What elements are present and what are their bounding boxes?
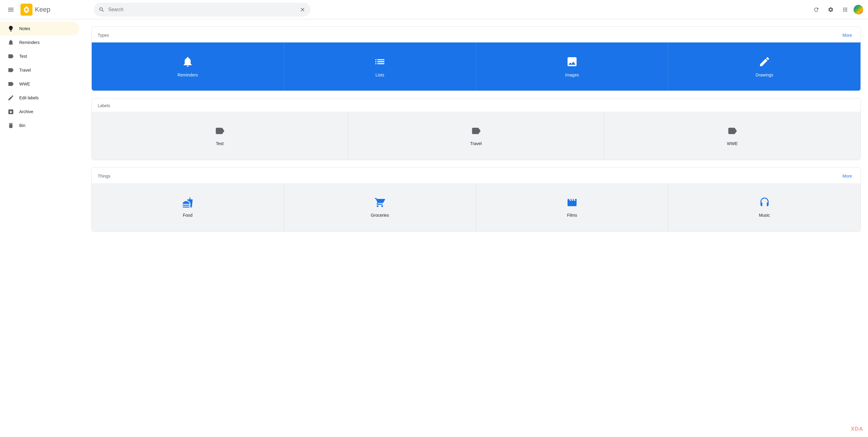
sidebar-item-edit-labels[interactable]: Edit labels <box>0 91 80 105</box>
lists-type-label: Lists <box>376 72 384 77</box>
thing-card-films[interactable]: Films <box>476 183 668 231</box>
labels-title: Labels <box>98 103 110 108</box>
travel-label-card-label: Travel <box>470 141 482 146</box>
things-grid: Food Groceries F <box>92 183 861 231</box>
topbar: Keep <box>0 0 868 19</box>
sidebar-notes-label: Notes <box>19 26 30 31</box>
avatar[interactable] <box>854 5 863 14</box>
lightbulb-icon <box>7 25 14 32</box>
labels-section-header: Labels <box>92 98 861 112</box>
type-card-lists[interactable]: Lists <box>284 42 476 91</box>
sidebar-item-test[interactable]: Test <box>0 49 80 63</box>
keep-logo-icon <box>21 4 32 16</box>
food-thing-label: Food <box>183 213 192 217</box>
svg-point-1 <box>25 8 28 11</box>
menu-button[interactable] <box>5 4 17 16</box>
trash-icon <box>7 122 14 129</box>
sidebar-item-wwe[interactable]: WWE <box>0 77 80 91</box>
types-grid: Reminders Lists <box>92 42 861 91</box>
search-container <box>94 3 310 17</box>
label-icon-travel-card <box>471 125 482 136</box>
pen-type-icon <box>758 56 771 68</box>
type-card-images[interactable]: Images <box>476 42 668 91</box>
film-icon <box>567 197 578 208</box>
wwe-label-card-label: WWE <box>727 141 738 146</box>
types-more-button[interactable]: More <box>840 32 855 39</box>
thing-card-groceries[interactable]: Groceries <box>284 183 476 231</box>
reminders-type-label: Reminders <box>178 72 198 77</box>
xda-watermark: XDA <box>851 426 863 432</box>
images-type-label: Images <box>565 72 579 77</box>
sidebar-item-reminders[interactable]: Reminders <box>0 35 80 49</box>
thing-card-music[interactable]: Music <box>668 183 861 231</box>
archive-icon <box>7 108 14 115</box>
sidebar-travel-label: Travel <box>19 68 31 72</box>
label-icon-test <box>7 53 14 60</box>
sidebar: Notes Reminders Test <box>0 19 84 437</box>
label-icon-test-card <box>214 125 225 136</box>
things-section: Things More Food <box>91 167 861 232</box>
groceries-thing-label: Groceries <box>371 213 389 217</box>
image-type-icon <box>566 56 578 68</box>
labels-section: Labels Test <box>91 98 861 160</box>
headphones-icon <box>759 197 770 208</box>
bell-icon <box>7 39 14 46</box>
sidebar-bin-label: Bin <box>19 123 25 128</box>
drawings-type-label: Drawings <box>755 72 773 77</box>
label-card-travel[interactable]: Travel <box>348 112 604 160</box>
label-card-wwe[interactable]: WWE <box>604 112 861 160</box>
settings-button[interactable] <box>825 4 837 16</box>
test-label-card-label: Test <box>216 141 224 146</box>
sidebar-item-archive[interactable]: Archive <box>0 105 80 119</box>
search-bar <box>94 3 310 17</box>
layout: Notes Reminders Test <box>0 19 868 437</box>
sidebar-wwe-label: WWE <box>19 82 30 86</box>
search-icon <box>99 7 105 12</box>
bell-type-icon <box>182 56 194 68</box>
things-section-header: Things More <box>92 168 861 183</box>
topbar-left: Keep <box>5 4 89 16</box>
films-thing-label: Films <box>567 213 577 217</box>
sidebar-item-notes[interactable]: Notes <box>0 22 80 35</box>
apps-button[interactable] <box>839 4 851 16</box>
sidebar-test-label: Test <box>19 54 27 59</box>
things-more-button[interactable]: More <box>840 172 855 180</box>
music-thing-label: Music <box>759 213 770 217</box>
thing-card-food[interactable]: Food <box>92 183 284 231</box>
label-card-test[interactable]: Test <box>92 112 348 160</box>
logo-area[interactable]: Keep <box>21 4 50 16</box>
main-content: Types More Reminders <box>84 19 868 437</box>
refresh-button[interactable] <box>810 4 822 16</box>
types-title: Types <box>98 33 109 38</box>
cart-icon <box>374 197 385 208</box>
sidebar-archive-label: Archive <box>19 109 33 114</box>
list-type-icon <box>374 56 386 68</box>
topbar-right <box>810 4 863 16</box>
types-section-header: Types More <box>92 27 861 42</box>
sidebar-item-bin[interactable]: Bin <box>0 119 80 133</box>
label-icon-travel <box>7 67 14 74</box>
label-icon-wwe-card <box>727 125 738 136</box>
food-icon <box>182 197 193 208</box>
sidebar-item-travel[interactable]: Travel <box>0 63 80 77</box>
edit-icon <box>7 94 14 101</box>
clear-search-icon[interactable] <box>300 7 306 12</box>
sidebar-edit-labels-label: Edit labels <box>19 95 39 100</box>
sidebar-reminders-label: Reminders <box>19 40 40 45</box>
labels-grid: Test Travel WWE <box>92 112 861 160</box>
label-icon-wwe <box>7 81 14 87</box>
app-title: Keep <box>35 6 50 13</box>
type-card-drawings[interactable]: Drawings <box>668 42 861 91</box>
search-input[interactable] <box>108 7 296 12</box>
types-section: Types More Reminders <box>91 27 861 91</box>
type-card-reminders[interactable]: Reminders <box>92 42 284 91</box>
things-title: Things <box>98 174 111 178</box>
